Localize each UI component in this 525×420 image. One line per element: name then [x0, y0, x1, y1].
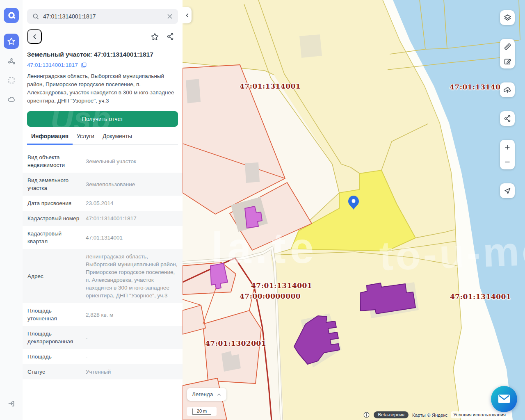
page-title: Земельный участок: 47:01:1314001:1817	[27, 51, 178, 58]
quartal-label: 47:00:0000000	[240, 292, 301, 300]
zoom-in-icon[interactable]	[500, 140, 515, 155]
share-icon[interactable]	[162, 29, 178, 44]
panel-tabs: Информация Услуги Документы	[27, 133, 178, 145]
zoom-out-icon[interactable]	[500, 155, 515, 169]
table-row: Адрес Ленинградская область, Выборгский …	[23, 249, 183, 303]
toolbar-locate	[500, 183, 515, 198]
table-row: Статус Учтенный	[23, 364, 183, 379]
row-label: Площадь уточненная	[27, 307, 81, 322]
beta-badge: Beta-версия	[374, 411, 409, 418]
row-value: Учтенный	[86, 368, 178, 376]
row-label: Площадь декларированная	[27, 330, 81, 345]
table-row: Вид объекта недвижимости Земельный участ…	[23, 150, 183, 173]
table-row: Вид земельного участка Землепользование	[23, 173, 183, 196]
sidebar-item-geometry[interactable]	[4, 54, 19, 69]
row-value: 23.05.2014	[86, 199, 178, 207]
panel-actions	[27, 29, 178, 44]
info-table: Вид объекта недвижимости Земельный участ…	[23, 150, 183, 379]
map-copyright: Карты © Яндекс	[412, 413, 447, 418]
table-row: Дата присвоения 23.05.2014	[23, 196, 183, 211]
terms-link[interactable]: Условия использования	[451, 411, 508, 418]
layers-icon[interactable]	[500, 10, 515, 25]
toolbar-layers	[500, 10, 515, 25]
address-text: Ленинградская область, Выборгский муници…	[27, 72, 178, 105]
legend-label: Легенда	[192, 391, 213, 397]
favorite-star-icon[interactable]	[147, 29, 162, 44]
info-icon[interactable]	[363, 411, 370, 418]
edit-icon[interactable]	[500, 54, 515, 68]
row-label: Вид земельного участка	[27, 176, 81, 192]
clear-search-icon[interactable]	[167, 13, 173, 20]
tab-documents[interactable]: Документы	[98, 133, 136, 145]
row-label: Дата присвоения	[27, 199, 81, 207]
table-row: Кадастровый номер 47:01:1314001:1817	[23, 211, 183, 226]
legend-button[interactable]: Легенда	[187, 388, 226, 401]
row-value: 47:01:1314001	[86, 234, 178, 242]
quartal-label: 47:01:1302001	[205, 339, 266, 347]
row-value: -	[86, 334, 178, 342]
map-share-icon[interactable]	[500, 111, 515, 126]
row-label: Вид объекта недвижимости	[27, 153, 81, 169]
toolbar-measure-edit	[500, 39, 515, 68]
table-row: Площадь декларированная -	[23, 326, 183, 349]
map-canvas[interactable]	[183, 0, 525, 420]
table-row: Площадь -	[23, 349, 183, 364]
app-logo-icon[interactable]	[4, 8, 19, 23]
toolbar-zoom	[500, 140, 515, 169]
tab-services[interactable]: Услуги	[73, 133, 98, 145]
cadastral-number-link[interactable]: 47:01:1314001:1817	[27, 62, 78, 68]
map-area: la.te to-u-me 47:01:1314001 47:01:131400…	[183, 0, 525, 420]
search-icon	[32, 13, 39, 20]
quartal-label: 47:01:1314001	[450, 292, 511, 301]
ruler-icon[interactable]	[500, 39, 515, 54]
scale-bar: 20 m	[187, 407, 217, 416]
parcel-panel: Земельный участок: 47:01:1314001:1817 47…	[23, 0, 183, 420]
row-label: Адрес	[27, 272, 81, 280]
row-value: Ленинградская область, Выборгский муници…	[86, 253, 178, 299]
app-window: Земельный участок: 47:01:1314001:1817 47…	[0, 0, 525, 420]
row-value: Землепользование	[86, 180, 178, 188]
quartal-label: 47:01:1314001	[251, 281, 312, 290]
row-label: Площадь	[27, 353, 81, 361]
search-input[interactable]	[43, 13, 163, 20]
toolbar-upload	[500, 82, 515, 97]
row-value: 47:01:1314001:1817	[86, 215, 178, 222]
table-row: Кадастровый квартал 47:01:1314001	[23, 226, 183, 249]
get-report-button[interactable]: Получить отчет	[27, 111, 178, 127]
quartal-label: 47:01:1314001	[240, 82, 301, 90]
sidebar-item-favorites[interactable]	[4, 34, 19, 49]
table-row: Площадь уточненная 2,828 кв. м	[23, 303, 183, 326]
chat-button[interactable]	[491, 386, 517, 412]
row-value: -	[86, 353, 178, 361]
sign-in-icon[interactable]	[4, 396, 19, 411]
locate-arrow-icon[interactable]	[500, 183, 515, 198]
envelope-icon	[498, 394, 511, 404]
icon-rail	[0, 0, 23, 420]
sidebar-item-select-area[interactable]	[4, 73, 19, 88]
collapse-panel-button[interactable]	[183, 7, 192, 23]
row-value: Земельный участок	[86, 158, 178, 165]
row-label: Кадастровый квартал	[27, 230, 81, 245]
cadastral-link-row: 47:01:1314001:1817	[27, 62, 178, 68]
toolbar-share	[500, 111, 515, 126]
map-attribution: Beta-версия Карты © Яндекс Условия испол…	[363, 411, 508, 419]
row-label: Статус	[27, 368, 81, 376]
scale-label: 20 m	[192, 409, 211, 415]
search-bar	[27, 9, 178, 24]
row-label: Кадастровый номер	[27, 215, 81, 222]
chevron-up-icon	[217, 392, 221, 397]
back-button[interactable]	[27, 29, 42, 44]
tab-information[interactable]: Информация	[27, 133, 73, 145]
row-value: 2,828 кв. м	[86, 311, 178, 319]
cloud-upload-icon[interactable]	[500, 82, 515, 97]
sidebar-item-cloud[interactable]	[4, 92, 19, 107]
copy-icon[interactable]	[81, 62, 87, 68]
